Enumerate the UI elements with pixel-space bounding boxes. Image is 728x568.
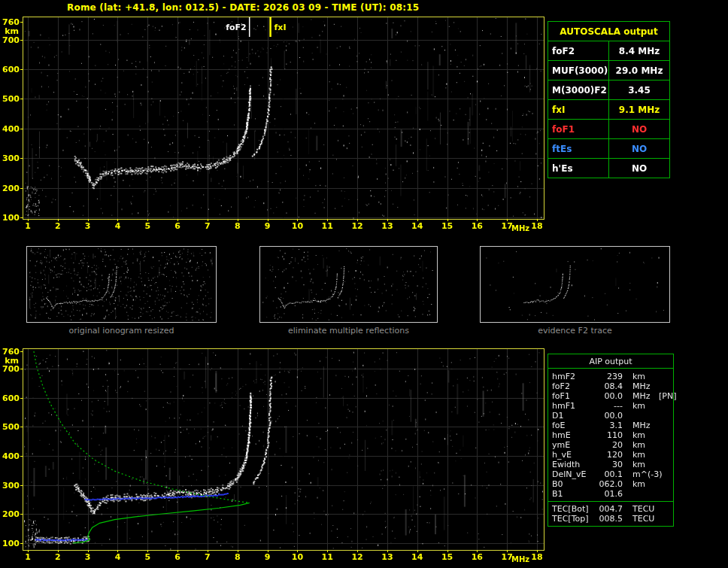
aip-note [657, 504, 672, 514]
aip-note [657, 411, 672, 421]
aip-row-hmF2: hmF2239km [552, 372, 672, 381]
aip-value: 20 [599, 440, 623, 450]
aip-label: ymE [552, 440, 599, 450]
aip-label: TEC[Bot] [552, 504, 599, 514]
autoscala-row-1: foF28.4 MHz [548, 41, 670, 61]
aip-row-hmF1: hmF1---km [552, 401, 672, 411]
aip-value: 062.0 [599, 479, 623, 489]
aip-value: 008.5 [599, 514, 623, 524]
thumbnail-caption-reflections: eliminate multiple reflections [259, 326, 438, 336]
aip-row-foF2: foF208.4MHz [552, 381, 672, 391]
autoscala-param-label: fxI [548, 100, 609, 120]
aip-table-body: hmF2239kmfoF208.4MHzfoF100.0MHz[PN]hmF1-… [548, 369, 673, 501]
autoscala-param-value: NO [609, 139, 670, 159]
aip-row-TEC[Bot]: TEC[Bot]004.7TECU [552, 504, 672, 514]
aip-value: 239 [599, 372, 623, 381]
thumbnail-multiple-reflections-canvas [259, 246, 438, 323]
aip-tec-section: TEC[Bot]004.7TECUTEC[Top]008.5TECU [548, 501, 673, 526]
aip-unit: m^(-3) [623, 469, 657, 479]
aip-note [657, 469, 672, 479]
autoscala-param-value: 29.0 MHz [609, 61, 670, 80]
aip-unit: MHz [623, 421, 657, 430]
aip-value: 120 [599, 450, 623, 460]
aip-value: 00.0 [599, 391, 623, 401]
aip-note [657, 372, 672, 381]
aip-unit: km [623, 372, 657, 381]
aip-unit: km [623, 440, 657, 450]
aip-label: hmF2 [552, 372, 599, 381]
aip-row-B1: B101.6 [552, 489, 672, 499]
autoscala-table-title: AUTOSCALA output [548, 22, 670, 41]
aip-label: B1 [552, 489, 599, 499]
autoscala-row-6: ftEsNO [548, 139, 670, 159]
aip-row-ymE: ymE20km [552, 440, 672, 450]
autoscala-param-label: M(3000)F2 [548, 80, 609, 100]
autoscala-param-label: ftEs [548, 139, 609, 159]
aip-value: 00.1 [599, 469, 623, 479]
aip-label: Ewidth [552, 460, 599, 469]
autoscala-param-value: 3.45 [609, 80, 670, 100]
aip-unit: TECU [623, 504, 657, 514]
autoscala-param-label: h'Es [548, 159, 609, 178]
thumbnail-multiple-reflections: eliminate multiple reflections [259, 246, 438, 336]
aip-note: [PN] [657, 391, 676, 401]
aip-note [657, 450, 672, 460]
aip-row-TEC[Top]: TEC[Top]008.5TECU [552, 514, 672, 524]
main-ionogram-canvas [0, 14, 551, 233]
aip-unit: km [623, 479, 657, 489]
autoscala-row-3: M(3000)F23.45 [548, 80, 670, 100]
autoscala-param-value: NO [609, 120, 670, 139]
aip-label: foE [552, 421, 599, 430]
aip-value: 08.4 [599, 381, 623, 391]
autoscala-param-label: foF1 [548, 120, 609, 139]
autoscala-output-table: AUTOSCALA output foF28.4 MHzMUF(3000)F22… [548, 21, 670, 178]
aip-label: hmF1 [552, 401, 599, 411]
autoscala-row-2: MUF(3000)F229.0 MHz [548, 61, 670, 80]
aip-label: h_vE [552, 450, 599, 460]
aip-label: hmE [552, 430, 599, 440]
aip-value: 110 [599, 430, 623, 440]
aip-label: foF2 [552, 381, 599, 391]
autoscala-row-4: fxI9.1 MHz [548, 100, 670, 120]
aip-row-hmE: hmE110km [552, 430, 672, 440]
aip-note [657, 460, 672, 469]
aip-unit: km [623, 450, 657, 460]
autoscala-param-value: NO [609, 159, 670, 178]
autoscala-row-7: h'EsNO [548, 159, 670, 178]
aip-row-foE: foE3.1MHz [552, 421, 672, 430]
thumbnail-caption-original: original ionogram resized [26, 326, 217, 336]
aip-unit: km [623, 401, 657, 411]
aip-row-B0: B0062.0km [552, 479, 672, 489]
autoscala-param-value: 9.1 MHz [609, 100, 670, 120]
aip-label: D1 [552, 411, 599, 421]
aip-value: --- [599, 401, 623, 411]
aip-unit [623, 489, 657, 499]
aip-value: 30 [599, 460, 623, 469]
profile-ionogram-canvas [0, 343, 551, 567]
aip-note [657, 514, 672, 524]
aip-row-foF1: foF100.0MHz[PN] [552, 391, 672, 401]
thumbnail-original-ionogram-canvas [26, 246, 217, 323]
aip-table-title: AIP output [548, 354, 673, 369]
aip-value: 01.6 [599, 489, 623, 499]
autoscala-param-label: foF2 [548, 41, 609, 61]
aip-label: DelN_vE [552, 469, 599, 479]
aip-row-Ewidth: Ewidth30km [552, 460, 672, 469]
thumbnail-f2-trace: evidence F2 trace [480, 246, 670, 336]
aip-note [657, 381, 672, 391]
thumbnail-f2-trace-canvas [480, 246, 670, 323]
aip-output-table: AIP output hmF2239kmfoF208.4MHzfoF100.0M… [548, 354, 674, 527]
aip-unit: km [623, 460, 657, 469]
page-title: Rome (lat: +41.8, lon: 012.5) - DATE: 20… [67, 2, 419, 13]
aip-unit: MHz [623, 381, 657, 391]
aip-unit: km [623, 430, 657, 440]
aip-note [657, 401, 672, 411]
aip-note [657, 489, 672, 499]
aip-label: TEC[Top] [552, 514, 599, 524]
thumbnail-caption-f2-trace: evidence F2 trace [480, 326, 670, 336]
aip-value: 00.0 [599, 411, 623, 421]
aip-row-D1: D100.0 [552, 411, 672, 421]
aip-note [657, 440, 672, 450]
aip-unit [623, 411, 657, 421]
aip-row-h_vE: h_vE120km [552, 450, 672, 460]
